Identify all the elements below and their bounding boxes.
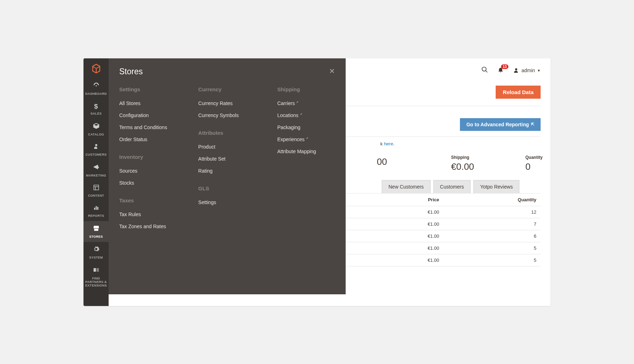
stat-value: 00 [377, 156, 419, 167]
cell-qty: 5 [443, 242, 541, 254]
cell-price: €1.00 [372, 230, 443, 242]
sidebar-item-marketing[interactable]: MARKETING [83, 160, 109, 181]
flyout-section-title: Shipping [277, 86, 335, 92]
flyout-link-terms-and-conditions[interactable]: Terms and Conditions [119, 121, 177, 133]
flyout-section-title: Currency [198, 86, 256, 92]
sidebar-icon [85, 163, 107, 172]
sidebar-icon [85, 204, 107, 213]
flyout-column: CurrencyCurrency RatesCurrency SymbolsAt… [198, 83, 256, 241]
search-icon[interactable] [481, 66, 488, 75]
click-here-link[interactable]: here [384, 141, 393, 146]
sidebar-icon [85, 184, 107, 192]
svg-rect-9 [96, 268, 99, 272]
svg-rect-7 [97, 207, 98, 209]
user-icon [513, 67, 519, 74]
flyout-section: AttributesProductAttribute SetRating [198, 130, 256, 177]
cell-price: €1.00 [372, 254, 443, 266]
sidebar-icon [85, 82, 107, 91]
tab-yotpo-reviews[interactable]: Yotpo Reviews [473, 180, 519, 193]
flyout-link-sources[interactable]: Sources [119, 165, 177, 177]
flyout-link-packaging[interactable]: Packaging [277, 121, 335, 133]
flyout-link-product[interactable]: Product [198, 141, 256, 153]
sidebar-item-content[interactable]: CONTENT [83, 181, 109, 201]
flyout-link-currency-symbols[interactable]: Currency Symbols [198, 109, 256, 121]
flyout-link-tax-rules[interactable]: Tax Rules [119, 208, 177, 220]
notification-badge: 13 [501, 64, 508, 69]
notifications-icon[interactable]: 13 [497, 67, 504, 75]
reload-data-button[interactable]: Reload Data [496, 86, 541, 99]
tab-new-customers[interactable]: New Customers [382, 180, 431, 193]
flyout-link-tax-zones-and-rates[interactable]: Tax Zones and Rates [119, 220, 177, 232]
chevron-down-icon: ▼ [537, 69, 541, 73]
flyout-column: SettingsAll StoresConfigurationTerms and… [119, 83, 177, 241]
stat-value: €0.00 [451, 161, 494, 172]
stat-shipping: Shipping€0.00 [451, 155, 494, 172]
sidebar-item-sales[interactable]: $SALES [83, 99, 109, 119]
svg-rect-2 [94, 185, 99, 190]
flyout-link-attribute-set[interactable]: Attribute Set [198, 153, 256, 165]
flyout-header: Stores ✕ [119, 67, 335, 76]
tab-customers[interactable]: Customers [433, 180, 471, 193]
sidebar-item-catalog[interactable]: CATALOG [83, 119, 109, 140]
svg-point-12 [515, 68, 517, 70]
cell-qty: 12 [443, 206, 541, 218]
flyout-link-carriers[interactable]: Carriers⬈ [277, 97, 335, 109]
sidebar-icon [85, 225, 107, 233]
admin-user-menu[interactable]: admin ▼ [513, 67, 541, 74]
sidebar-item-customers[interactable]: CUSTOMERS [83, 140, 109, 160]
cell-qty: 7 [443, 218, 541, 230]
stores-flyout: Stores ✕ SettingsAll StoresConfiguration… [109, 58, 346, 294]
sidebar-icon [85, 143, 107, 151]
flyout-link-configuration[interactable]: Configuration [119, 109, 177, 121]
flyout-link-all-stores[interactable]: All Stores [119, 97, 177, 109]
sidebar-icon [85, 245, 107, 254]
sidebar-icon [85, 122, 107, 131]
sidebar-item-find-partners-extensions[interactable]: FIND PARTNERS & EXTENSIONS [83, 263, 109, 291]
app-window: DASHBOARD$SALESCATALOGCUSTOMERSMARKETING… [83, 58, 551, 306]
flyout-section-title: GLS [198, 185, 256, 191]
flyout-link-experiences[interactable]: Experiences⬈ [277, 133, 335, 145]
close-icon[interactable]: ✕ [329, 67, 335, 75]
external-link-icon: ⬈ [296, 100, 299, 104]
flyout-link-locations[interactable]: Locations⬈ [277, 109, 335, 121]
svg-point-1 [95, 144, 97, 146]
sidebar-icon: $ [85, 103, 107, 110]
external-link-icon: ⬈ [306, 137, 309, 140]
flyout-section-title: Settings [119, 86, 177, 92]
svg-rect-8 [93, 268, 96, 272]
stat-label: Shipping [451, 155, 494, 160]
flyout-link-attribute-mapping[interactable]: Attribute Mapping [277, 145, 335, 157]
flyout-link-stocks[interactable]: Stocks [119, 177, 177, 189]
flyout-section-title: Taxes [119, 197, 177, 203]
flyout-columns: SettingsAll StoresConfigurationTerms and… [119, 83, 335, 241]
flyout-section: SettingsAll StoresConfigurationTerms and… [119, 86, 177, 145]
sidebar-item-reports[interactable]: REPORTS [83, 201, 109, 221]
svg-rect-5 [94, 208, 95, 210]
sidebar-item-system[interactable]: SYSTEM [83, 242, 109, 263]
sidebar-item-stores[interactable]: STORES [83, 221, 109, 242]
flyout-section: CurrencyCurrency RatesCurrency Symbols [198, 86, 256, 121]
flyout-link-rating[interactable]: Rating [198, 165, 256, 177]
advanced-reporting-button[interactable]: Go to Advanced Reporting ⇱ [460, 118, 541, 131]
flyout-section: TaxesTax RulesTax Zones and Rates [119, 197, 177, 232]
stat-label: Quantity [525, 155, 551, 160]
logo-icon [91, 63, 102, 74]
svg-point-0 [96, 85, 97, 86]
col-price: Price [372, 193, 443, 206]
flyout-section-title: Attributes [198, 130, 256, 136]
sidebar-item-dashboard[interactable]: DASHBOARD [83, 78, 109, 99]
flyout-link-order-status[interactable]: Order Status [119, 133, 177, 145]
cell-price: €1.00 [372, 206, 443, 218]
flyout-section-title: Inventory [119, 154, 177, 160]
external-link-icon: ⇱ [531, 122, 534, 127]
flyout-link-settings[interactable]: Settings [198, 196, 256, 208]
stat-quantity: Quantity0 [525, 155, 551, 172]
flyout-link-currency-rates[interactable]: Currency Rates [198, 97, 256, 109]
flyout-title: Stores [119, 67, 143, 76]
external-link-icon: ⬈ [300, 112, 302, 116]
svg-rect-6 [96, 206, 97, 210]
flyout-section: GLSSettings [198, 185, 256, 208]
cell-qty: 5 [443, 254, 541, 266]
sidebar: DASHBOARD$SALESCATALOGCUSTOMERSMARKETING… [83, 58, 109, 306]
cell-qty: 6 [443, 230, 541, 242]
